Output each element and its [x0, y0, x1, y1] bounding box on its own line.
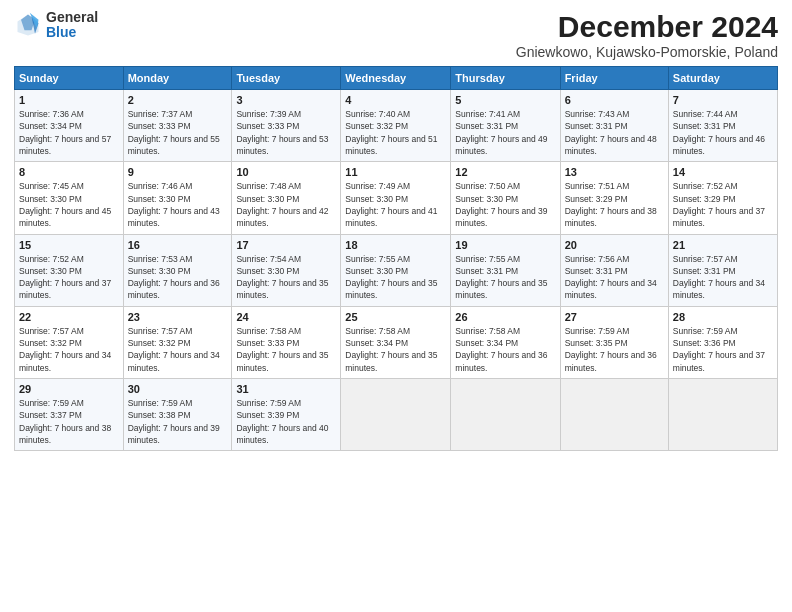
day-info: Sunrise: 7:53 AMSunset: 3:30 PMDaylight:…	[128, 253, 228, 302]
calendar-cell: 17 Sunrise: 7:54 AMSunset: 3:30 PMDaylig…	[232, 234, 341, 306]
day-info: Sunrise: 7:55 AMSunset: 3:31 PMDaylight:…	[455, 253, 555, 302]
day-number: 4	[345, 94, 446, 106]
calendar-week-1: 1 Sunrise: 7:36 AMSunset: 3:34 PMDayligh…	[15, 90, 778, 162]
day-info: Sunrise: 7:52 AMSunset: 3:30 PMDaylight:…	[19, 253, 119, 302]
col-monday: Monday	[123, 67, 232, 90]
day-info: Sunrise: 7:57 AMSunset: 3:32 PMDaylight:…	[128, 325, 228, 374]
day-number: 31	[236, 383, 336, 395]
day-info: Sunrise: 7:55 AMSunset: 3:30 PMDaylight:…	[345, 253, 446, 302]
calendar-cell: 26 Sunrise: 7:58 AMSunset: 3:34 PMDaylig…	[451, 306, 560, 378]
calendar-cell: 24 Sunrise: 7:58 AMSunset: 3:33 PMDaylig…	[232, 306, 341, 378]
day-number: 2	[128, 94, 228, 106]
day-number: 7	[673, 94, 773, 106]
day-number: 13	[565, 166, 664, 178]
day-number: 9	[128, 166, 228, 178]
day-info: Sunrise: 7:56 AMSunset: 3:31 PMDaylight:…	[565, 253, 664, 302]
calendar-cell: 7 Sunrise: 7:44 AMSunset: 3:31 PMDayligh…	[668, 90, 777, 162]
day-number: 14	[673, 166, 773, 178]
logo-blue-text: Blue	[46, 25, 98, 40]
day-number: 23	[128, 311, 228, 323]
logo: General Blue	[14, 10, 98, 41]
day-number: 28	[673, 311, 773, 323]
header: General Blue December 2024 Gniewkowo, Ku…	[14, 10, 778, 60]
calendar-cell: 5 Sunrise: 7:41 AMSunset: 3:31 PMDayligh…	[451, 90, 560, 162]
calendar-week-4: 22 Sunrise: 7:57 AMSunset: 3:32 PMDaylig…	[15, 306, 778, 378]
calendar-header: Sunday Monday Tuesday Wednesday Thursday…	[15, 67, 778, 90]
day-number: 18	[345, 239, 446, 251]
calendar-cell: 8 Sunrise: 7:45 AMSunset: 3:30 PMDayligh…	[15, 162, 124, 234]
day-info: Sunrise: 7:36 AMSunset: 3:34 PMDaylight:…	[19, 108, 119, 157]
day-number: 17	[236, 239, 336, 251]
day-number: 25	[345, 311, 446, 323]
day-info: Sunrise: 7:57 AMSunset: 3:32 PMDaylight:…	[19, 325, 119, 374]
day-info: Sunrise: 7:58 AMSunset: 3:33 PMDaylight:…	[236, 325, 336, 374]
logo-text: General Blue	[46, 10, 98, 41]
day-info: Sunrise: 7:44 AMSunset: 3:31 PMDaylight:…	[673, 108, 773, 157]
day-number: 15	[19, 239, 119, 251]
calendar-week-3: 15 Sunrise: 7:52 AMSunset: 3:30 PMDaylig…	[15, 234, 778, 306]
day-info: Sunrise: 7:59 AMSunset: 3:35 PMDaylight:…	[565, 325, 664, 374]
calendar-cell: 25 Sunrise: 7:58 AMSunset: 3:34 PMDaylig…	[341, 306, 451, 378]
calendar-cell: 12 Sunrise: 7:50 AMSunset: 3:30 PMDaylig…	[451, 162, 560, 234]
day-info: Sunrise: 7:49 AMSunset: 3:30 PMDaylight:…	[345, 180, 446, 229]
calendar-cell: 1 Sunrise: 7:36 AMSunset: 3:34 PMDayligh…	[15, 90, 124, 162]
calendar-cell: 16 Sunrise: 7:53 AMSunset: 3:30 PMDaylig…	[123, 234, 232, 306]
calendar-cell: 20 Sunrise: 7:56 AMSunset: 3:31 PMDaylig…	[560, 234, 668, 306]
calendar-cell: 18 Sunrise: 7:55 AMSunset: 3:30 PMDaylig…	[341, 234, 451, 306]
day-info: Sunrise: 7:45 AMSunset: 3:30 PMDaylight:…	[19, 180, 119, 229]
calendar-cell: 19 Sunrise: 7:55 AMSunset: 3:31 PMDaylig…	[451, 234, 560, 306]
calendar-cell: 10 Sunrise: 7:48 AMSunset: 3:30 PMDaylig…	[232, 162, 341, 234]
col-tuesday: Tuesday	[232, 67, 341, 90]
day-info: Sunrise: 7:52 AMSunset: 3:29 PMDaylight:…	[673, 180, 773, 229]
day-info: Sunrise: 7:59 AMSunset: 3:39 PMDaylight:…	[236, 397, 336, 446]
calendar-cell: 15 Sunrise: 7:52 AMSunset: 3:30 PMDaylig…	[15, 234, 124, 306]
col-saturday: Saturday	[668, 67, 777, 90]
calendar-cell: 6 Sunrise: 7:43 AMSunset: 3:31 PMDayligh…	[560, 90, 668, 162]
col-friday: Friday	[560, 67, 668, 90]
calendar-cell	[560, 379, 668, 451]
calendar-cell: 14 Sunrise: 7:52 AMSunset: 3:29 PMDaylig…	[668, 162, 777, 234]
col-thursday: Thursday	[451, 67, 560, 90]
day-number: 3	[236, 94, 336, 106]
day-number: 29	[19, 383, 119, 395]
calendar-cell: 29 Sunrise: 7:59 AMSunset: 3:37 PMDaylig…	[15, 379, 124, 451]
day-info: Sunrise: 7:57 AMSunset: 3:31 PMDaylight:…	[673, 253, 773, 302]
calendar-cell	[451, 379, 560, 451]
col-sunday: Sunday	[15, 67, 124, 90]
day-info: Sunrise: 7:54 AMSunset: 3:30 PMDaylight:…	[236, 253, 336, 302]
title-block: December 2024 Gniewkowo, Kujawsko-Pomors…	[516, 10, 778, 60]
calendar-cell: 30 Sunrise: 7:59 AMSunset: 3:38 PMDaylig…	[123, 379, 232, 451]
day-info: Sunrise: 7:59 AMSunset: 3:37 PMDaylight:…	[19, 397, 119, 446]
calendar-body: 1 Sunrise: 7:36 AMSunset: 3:34 PMDayligh…	[15, 90, 778, 451]
day-number: 27	[565, 311, 664, 323]
day-number: 19	[455, 239, 555, 251]
day-number: 24	[236, 311, 336, 323]
day-info: Sunrise: 7:46 AMSunset: 3:30 PMDaylight:…	[128, 180, 228, 229]
calendar-cell: 28 Sunrise: 7:59 AMSunset: 3:36 PMDaylig…	[668, 306, 777, 378]
day-number: 21	[673, 239, 773, 251]
calendar-cell: 9 Sunrise: 7:46 AMSunset: 3:30 PMDayligh…	[123, 162, 232, 234]
day-number: 1	[19, 94, 119, 106]
day-info: Sunrise: 7:37 AMSunset: 3:33 PMDaylight:…	[128, 108, 228, 157]
logo-general-text: General	[46, 10, 98, 25]
day-number: 16	[128, 239, 228, 251]
day-info: Sunrise: 7:51 AMSunset: 3:29 PMDaylight:…	[565, 180, 664, 229]
day-number: 10	[236, 166, 336, 178]
page: General Blue December 2024 Gniewkowo, Ku…	[0, 0, 792, 612]
calendar-cell: 23 Sunrise: 7:57 AMSunset: 3:32 PMDaylig…	[123, 306, 232, 378]
day-info: Sunrise: 7:58 AMSunset: 3:34 PMDaylight:…	[345, 325, 446, 374]
calendar-cell: 3 Sunrise: 7:39 AMSunset: 3:33 PMDayligh…	[232, 90, 341, 162]
day-number: 6	[565, 94, 664, 106]
logo-icon	[14, 11, 42, 39]
calendar-cell: 4 Sunrise: 7:40 AMSunset: 3:32 PMDayligh…	[341, 90, 451, 162]
title-month: December 2024	[516, 10, 778, 44]
day-info: Sunrise: 7:39 AMSunset: 3:33 PMDaylight:…	[236, 108, 336, 157]
title-location: Gniewkowo, Kujawsko-Pomorskie, Poland	[516, 44, 778, 60]
day-number: 22	[19, 311, 119, 323]
day-number: 5	[455, 94, 555, 106]
calendar-cell	[668, 379, 777, 451]
day-info: Sunrise: 7:40 AMSunset: 3:32 PMDaylight:…	[345, 108, 446, 157]
calendar-table: Sunday Monday Tuesday Wednesday Thursday…	[14, 66, 778, 451]
header-row: Sunday Monday Tuesday Wednesday Thursday…	[15, 67, 778, 90]
calendar-cell	[341, 379, 451, 451]
